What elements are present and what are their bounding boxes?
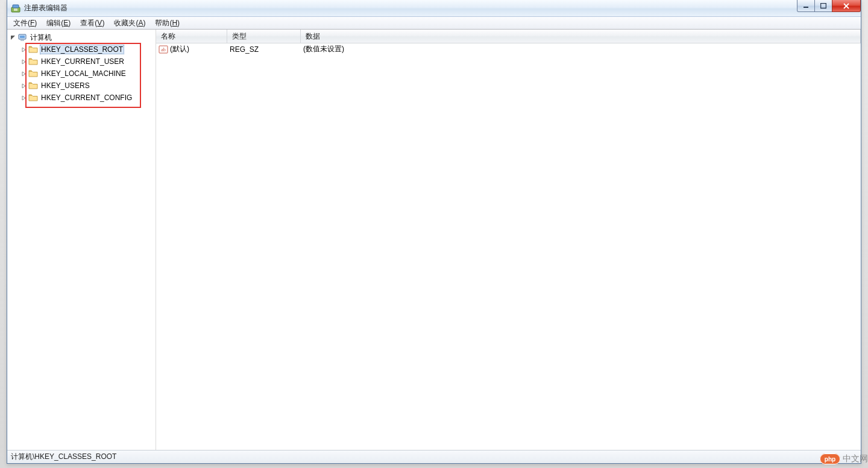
list-header: 名称 类型 数据 — [156, 30, 861, 43]
folder-icon — [28, 81, 38, 90]
svg-rect-3 — [804, 7, 808, 8]
close-icon — [843, 3, 850, 9]
minimize-button[interactable] — [797, 0, 815, 12]
value-data: (数值未设置) — [301, 44, 861, 54]
list-row[interactable]: ab(默认)REG_SZ(数值未设置) — [156, 43, 861, 55]
collapse-icon[interactable] — [8, 33, 17, 42]
expand-icon[interactable] — [19, 69, 28, 78]
close-button[interactable] — [832, 0, 861, 12]
registry-editor-window: 注册表编辑器 文件(F) 编辑(E) 查看(V) 收藏夹(A) 帮助(H) — [7, 0, 861, 464]
folder-icon — [28, 69, 38, 78]
tree-hive-label: HKEY_USERS — [40, 81, 91, 90]
menu-favorites[interactable]: 收藏夹(A) — [109, 17, 150, 30]
menubar: 文件(F) 编辑(E) 查看(V) 收藏夹(A) 帮助(H) — [7, 17, 861, 30]
list-pane[interactable]: 名称 类型 数据 ab(默认)REG_SZ(数值未设置) — [156, 30, 861, 450]
folder-icon — [28, 45, 38, 54]
tree-hive-item[interactable]: HKEY_CURRENT_USER — [19, 55, 154, 68]
maximize-button[interactable] — [814, 0, 832, 12]
column-data[interactable]: 数据 — [301, 30, 861, 43]
window-controls — [797, 0, 861, 12]
tree-hive-item[interactable]: HKEY_CURRENT_CONFIG — [19, 92, 154, 104]
expand-icon[interactable] — [19, 93, 28, 102]
status-path: 计算机\HKEY_CLASSES_ROOT — [11, 452, 116, 462]
expand-icon[interactable] — [19, 81, 28, 90]
tree-hive-item[interactable]: HKEY_USERS — [19, 80, 154, 92]
menu-view[interactable]: 查看(V) — [75, 17, 109, 30]
titlebar[interactable]: 注册表编辑器 — [7, 0, 861, 17]
menu-help[interactable]: 帮助(H) — [150, 17, 184, 30]
app-icon — [11, 4, 20, 13]
svg-text:ab: ab — [161, 47, 166, 52]
window-title: 注册表编辑器 — [24, 3, 68, 13]
expand-icon[interactable] — [19, 57, 28, 66]
tree-hive-item[interactable]: HKEY_CLASSES_ROOT — [19, 43, 154, 55]
tree-hive-label: HKEY_LOCAL_MACHINE — [40, 69, 127, 78]
minimize-icon — [803, 3, 809, 9]
svg-rect-4 — [821, 3, 826, 8]
folder-icon — [28, 93, 38, 103]
tree-hive-label: HKEY_CURRENT_CONFIG — [40, 93, 133, 103]
tree-root-computer[interactable]: 计算机 — [8, 31, 154, 43]
column-name[interactable]: 名称 — [156, 30, 227, 43]
value-name: (默认) — [170, 44, 189, 54]
svg-rect-1 — [13, 5, 19, 8]
statusbar: 计算机\HKEY_CLASSES_ROOT — [7, 450, 861, 463]
computer-icon — [17, 33, 27, 42]
svg-rect-2 — [14, 8, 17, 11]
string-value-icon: ab — [159, 45, 168, 54]
tree-hive-label: HKEY_CURRENT_USER — [40, 57, 125, 66]
tree-hive-item[interactable]: HKEY_LOCAL_MACHINE — [19, 68, 154, 80]
menu-edit[interactable]: 编辑(E) — [42, 17, 75, 30]
content-area: 计算机 HKEY_CLASSES_ROOTHKEY_CURRENT_USERHK… — [7, 30, 861, 450]
column-type[interactable]: 类型 — [227, 30, 301, 43]
svg-rect-8 — [20, 36, 25, 38]
tree-hive-label: HKEY_CLASSES_ROOT — [40, 45, 124, 54]
svg-rect-9 — [20, 40, 24, 41]
tree-pane[interactable]: 计算机 HKEY_CLASSES_ROOTHKEY_CURRENT_USERHK… — [7, 30, 156, 450]
maximize-icon — [820, 3, 826, 9]
tree-root-label: 计算机 — [29, 32, 53, 43]
value-type: REG_SZ — [227, 45, 301, 54]
folder-icon — [28, 57, 38, 66]
expand-icon[interactable] — [19, 45, 28, 54]
menu-file[interactable]: 文件(F) — [8, 17, 42, 30]
